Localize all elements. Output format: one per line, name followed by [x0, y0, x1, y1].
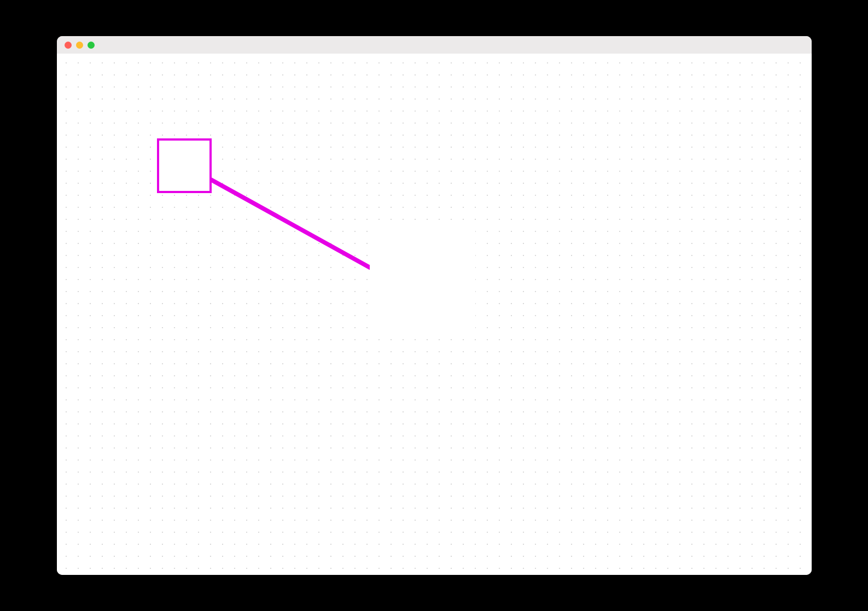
connector-line[interactable] — [185, 165, 370, 267]
shape-large-square[interactable] — [370, 229, 475, 335]
app-window — [57, 36, 812, 575]
maximize-icon[interactable] — [88, 42, 95, 49]
titlebar[interactable] — [57, 36, 812, 54]
shape-small-square[interactable] — [158, 139, 211, 192]
diagram-canvas[interactable] — [57, 54, 812, 575]
close-icon[interactable] — [65, 42, 72, 49]
minimize-icon[interactable] — [76, 42, 83, 49]
diagram-svg — [57, 54, 812, 575]
